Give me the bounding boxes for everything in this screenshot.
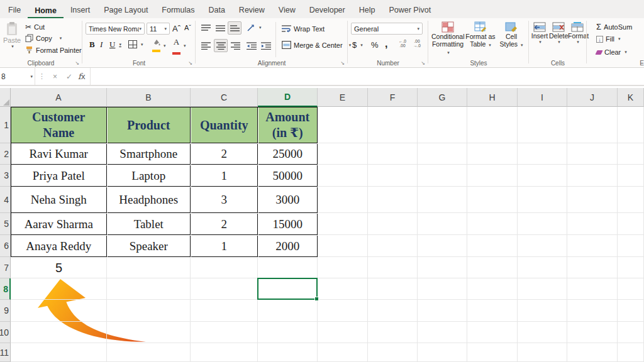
cell-G9[interactable] <box>418 300 467 322</box>
cell-E11[interactable] <box>318 343 368 362</box>
column-header-H[interactable]: H <box>467 88 518 107</box>
wrap-text-button[interactable]: Wrap Text <box>282 25 325 33</box>
bold-button[interactable]: B <box>89 40 95 50</box>
cell-B8[interactable] <box>107 278 191 300</box>
cell-C9[interactable] <box>191 300 258 322</box>
font-size-dropdown-icon[interactable]: ▾ <box>164 26 167 31</box>
row-header-7[interactable]: 7 <box>0 257 11 278</box>
select-all-corner[interactable] <box>0 88 11 107</box>
cell-K9[interactable] <box>618 300 644 322</box>
table-cell-B6[interactable]: Speaker <box>108 236 191 257</box>
cell-G3[interactable] <box>418 165 467 187</box>
cell-A11[interactable] <box>11 343 107 362</box>
accounting-dropdown-icon[interactable]: ▾ <box>360 43 363 48</box>
cell-J7[interactable] <box>567 257 618 278</box>
cell-D11[interactable] <box>258 343 318 362</box>
table-cell-B5[interactable]: Tablet <box>108 214 191 235</box>
cell-G11[interactable] <box>418 343 467 362</box>
cell-H10[interactable] <box>467 322 518 343</box>
borders-button[interactable]: ▾ <box>128 40 143 48</box>
cell-F11[interactable] <box>368 343 418 362</box>
format-as-table-dropdown-icon[interactable]: ▾ <box>489 43 491 47</box>
font-size-combo[interactable]: 11 ▾ <box>147 23 170 35</box>
align-middle-icon[interactable] <box>216 25 225 32</box>
cell-F10[interactable] <box>368 322 418 343</box>
decrease-indent-icon[interactable] <box>247 42 257 50</box>
italic-button[interactable]: I <box>100 40 103 50</box>
cell-G5[interactable] <box>418 213 467 235</box>
font-name-dropdown-icon[interactable]: ▾ <box>139 26 142 31</box>
increase-font-button[interactable]: Aˆ <box>172 24 180 33</box>
column-header-F[interactable]: F <box>368 88 418 107</box>
clipboard-dialog-launcher[interactable]: ↘ <box>75 61 79 66</box>
align-bottom-button[interactable] <box>228 21 242 35</box>
cell-I4[interactable] <box>518 187 567 213</box>
row-header-6[interactable]: 6 <box>0 235 11 257</box>
column-header-J[interactable]: J <box>567 88 618 107</box>
cell-E2[interactable] <box>318 143 368 165</box>
cell-I7[interactable] <box>518 257 567 278</box>
increase-indent-icon[interactable] <box>261 42 271 50</box>
cell-K2[interactable] <box>618 143 644 165</box>
cut-button[interactable]: ✂ Cut <box>25 23 45 31</box>
table-cell-C2[interactable]: 2 <box>191 144 258 165</box>
cell-I8[interactable] <box>518 278 567 300</box>
column-header-C[interactable]: C <box>191 88 258 107</box>
tab-review[interactable]: Review <box>232 3 272 18</box>
cell-E7[interactable] <box>318 257 368 278</box>
table-cell-D6[interactable]: 2000 <box>258 236 318 257</box>
format-dropdown-icon[interactable]: ▾ <box>569 40 587 45</box>
tab-view[interactable]: View <box>272 3 303 18</box>
cell-I1[interactable] <box>518 107 567 143</box>
table-cell-D1[interactable]: Amount (in ₹) <box>258 107 318 143</box>
table-cell-B4[interactable]: Headphones <box>108 187 191 213</box>
font-name-combo[interactable]: Times New Roman ▾ <box>86 23 145 35</box>
cell-J9[interactable] <box>567 300 618 322</box>
autosum-button[interactable]: Σ AutoSum <box>596 22 632 31</box>
decrease-font-button[interactable]: Aˇ <box>184 24 191 31</box>
cell-K1[interactable] <box>618 107 644 143</box>
cell-K10[interactable] <box>618 322 644 343</box>
cell-A10[interactable] <box>11 322 107 343</box>
cell-K4[interactable] <box>618 187 644 213</box>
increase-decimal-button[interactable]: ←.0.00 <box>396 39 409 48</box>
tab-help[interactable]: Help <box>352 3 382 18</box>
cell-K8[interactable] <box>618 278 644 300</box>
formula-bar-drag-handle[interactable]: ⋮ <box>35 72 48 80</box>
row-header-2[interactable]: 2 <box>0 143 11 165</box>
cell-J6[interactable] <box>567 235 618 257</box>
tab-developer[interactable]: Developer <box>303 3 352 18</box>
cell-F8[interactable] <box>368 278 418 300</box>
tab-power-pivot[interactable]: Power Pivot <box>382 3 438 18</box>
number-format-dropdown-icon[interactable]: ▾ <box>417 26 419 31</box>
cell-F4[interactable] <box>368 187 418 213</box>
fill-handle[interactable] <box>314 297 319 301</box>
paste-dropdown-icon[interactable]: ▾ <box>4 44 21 49</box>
cell-A8[interactable] <box>11 278 107 300</box>
table-cell-C4[interactable]: 3 <box>191 187 258 213</box>
cancel-icon[interactable]: × <box>48 72 62 81</box>
insert-dropdown-icon[interactable]: ▾ <box>531 40 549 45</box>
cell-G6[interactable] <box>418 235 467 257</box>
cell-H1[interactable] <box>467 107 518 143</box>
cell-H2[interactable] <box>467 143 518 165</box>
cell-G2[interactable] <box>418 143 467 165</box>
clear-dropdown-icon[interactable]: ▾ <box>625 50 627 55</box>
row-header-4[interactable]: 4 <box>0 187 11 213</box>
cell-F6[interactable] <box>368 235 418 257</box>
table-cell-B3[interactable]: Laptop <box>108 165 191 187</box>
formula-input[interactable] <box>90 68 644 85</box>
cell-F1[interactable] <box>368 107 418 143</box>
font-color-button[interactable]: A <box>171 37 181 57</box>
number-dialog-launcher[interactable]: ↘ <box>421 61 425 66</box>
cell-F2[interactable] <box>368 143 418 165</box>
cell-E4[interactable] <box>318 187 368 213</box>
cell-styles-dropdown-icon[interactable]: ▾ <box>521 43 523 47</box>
table-cell-D2[interactable]: 25000 <box>258 144 318 165</box>
conditional-formatting-button[interactable]: ConditionalFormatting ▾ <box>431 21 464 57</box>
tab-page-layout[interactable]: Page Layout <box>97 3 155 18</box>
percent-style-button[interactable]: % <box>371 40 379 50</box>
cell-H4[interactable] <box>467 187 518 213</box>
name-box-dropdown-icon[interactable]: ▾ <box>30 74 33 79</box>
cell-J11[interactable] <box>567 343 618 362</box>
